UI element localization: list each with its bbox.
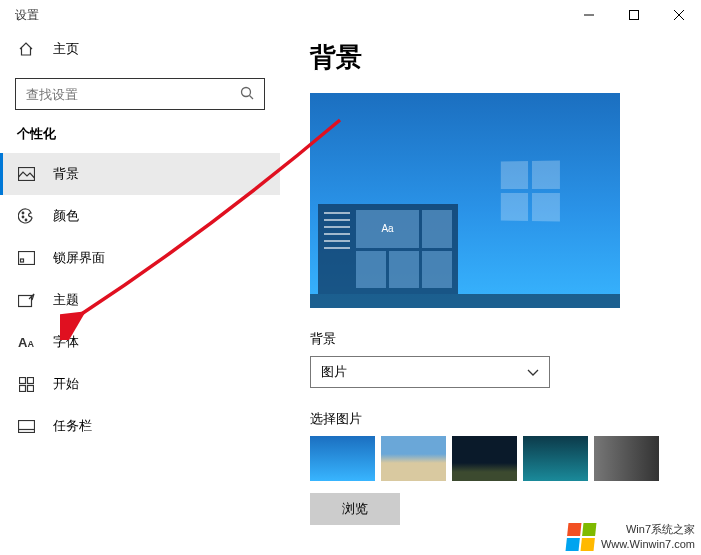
sidebar-item-label: 字体 — [53, 333, 79, 351]
picture-icon — [17, 165, 35, 183]
sidebar-item-background[interactable]: 背景 — [0, 153, 280, 195]
dropdown-value: 图片 — [321, 363, 347, 381]
background-type-dropdown[interactable]: 图片 — [310, 356, 550, 388]
section-label: 个性化 — [0, 125, 280, 153]
picture-thumb[interactable] — [594, 436, 659, 481]
bg-label: 背景 — [310, 330, 671, 348]
sidebar-item-label: 背景 — [53, 165, 79, 183]
svg-rect-12 — [18, 295, 31, 306]
sidebar-item-label: 任务栏 — [53, 417, 92, 435]
taskbar-icon — [17, 417, 35, 435]
svg-point-9 — [25, 219, 27, 221]
sidebar: 主页 个性化 背景 — [0, 30, 280, 555]
watermark: Win7系统之家 Www.Winwin7.com — [567, 522, 695, 551]
maximize-button[interactable] — [611, 0, 656, 30]
browse-button[interactable]: 浏览 — [310, 493, 400, 525]
picture-thumb[interactable] — [452, 436, 517, 481]
palette-icon — [17, 207, 35, 225]
font-icon: AA — [17, 333, 35, 351]
page-title: 背景 — [310, 40, 671, 75]
svg-point-4 — [242, 87, 251, 96]
sidebar-item-start[interactable]: 开始 — [0, 363, 280, 405]
sidebar-item-label: 锁屏界面 — [53, 249, 105, 267]
svg-rect-1 — [629, 11, 638, 20]
lockscreen-icon — [17, 249, 35, 267]
windows-logo-icon — [501, 161, 560, 222]
svg-point-7 — [22, 212, 24, 214]
start-icon — [17, 375, 35, 393]
svg-point-8 — [22, 216, 24, 218]
picture-thumbnails — [310, 436, 671, 481]
svg-rect-11 — [20, 259, 23, 262]
svg-rect-15 — [19, 385, 25, 391]
sidebar-item-colors[interactable]: 颜色 — [0, 195, 280, 237]
sidebar-item-label: 开始 — [53, 375, 79, 393]
window-title: 设置 — [15, 7, 39, 24]
home-icon — [17, 40, 35, 58]
sidebar-item-label: 主题 — [53, 291, 79, 309]
search-input[interactable] — [26, 87, 240, 102]
picture-thumb[interactable] — [381, 436, 446, 481]
sidebar-item-lockscreen[interactable]: 锁屏界面 — [0, 237, 280, 279]
search-input-wrap[interactable] — [15, 78, 265, 110]
close-button[interactable] — [656, 0, 701, 30]
picture-thumb[interactable] — [523, 436, 588, 481]
theme-icon — [17, 291, 35, 309]
search-icon — [240, 86, 254, 103]
picture-thumb[interactable] — [310, 436, 375, 481]
wallpaper-preview: Aa — [310, 93, 620, 308]
choose-label: 选择图片 — [310, 410, 671, 428]
windows-logo-icon — [565, 523, 596, 551]
home-label: 主页 — [53, 40, 79, 58]
home-nav[interactable]: 主页 — [0, 30, 280, 68]
sidebar-item-themes[interactable]: 主题 — [0, 279, 280, 321]
svg-rect-17 — [18, 420, 34, 432]
preview-tile: Aa — [356, 210, 419, 248]
window-controls — [566, 0, 701, 30]
preview-taskbar — [310, 294, 620, 308]
sidebar-item-fonts[interactable]: AA 字体 — [0, 321, 280, 363]
chevron-down-icon — [527, 365, 539, 380]
svg-rect-13 — [19, 377, 25, 383]
minimize-button[interactable] — [566, 0, 611, 30]
sidebar-item-label: 颜色 — [53, 207, 79, 225]
main-panel: 背景 Aa 背景 图片 选择图片 — [280, 30, 701, 555]
svg-rect-14 — [27, 377, 33, 383]
sidebar-item-taskbar[interactable]: 任务栏 — [0, 405, 280, 447]
preview-start-menu: Aa — [318, 204, 458, 294]
svg-rect-16 — [27, 385, 33, 391]
svg-line-5 — [250, 95, 254, 99]
